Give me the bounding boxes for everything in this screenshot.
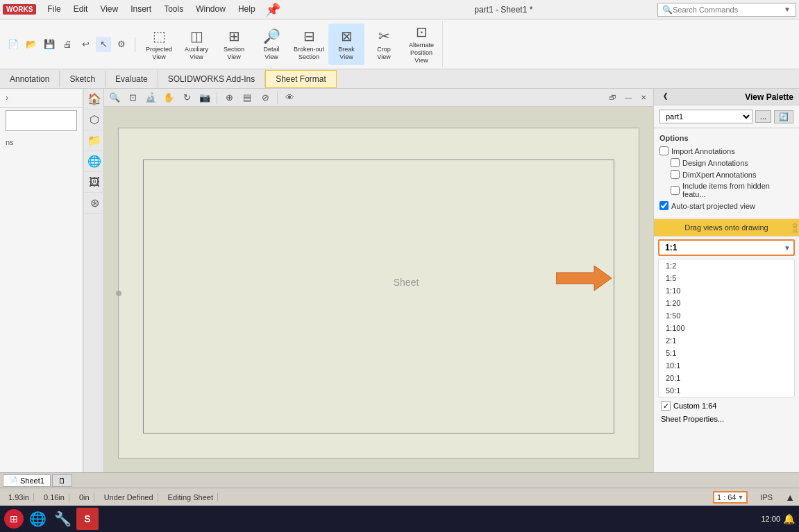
menu-view[interactable]: View xyxy=(94,2,124,17)
new-button[interactable]: 📄 xyxy=(6,37,21,52)
dimxpert-annotations-checkbox[interactable] xyxy=(671,170,680,179)
collapse-icon[interactable]: 《 xyxy=(659,92,667,102)
toolbar-divider xyxy=(217,92,217,104)
sw-button[interactable]: S xyxy=(76,508,99,530)
display-style-icon[interactable]: ▤ xyxy=(239,90,255,105)
custom-scale-row[interactable]: ✓ Custom 1:64 xyxy=(657,399,796,413)
break-view-button[interactable]: ⊠ Break View xyxy=(328,24,364,65)
scale-dropdown-btn[interactable]: ▼ xyxy=(737,494,743,501)
search-box[interactable]: 🔍 ▼ xyxy=(657,3,796,17)
search-input[interactable] xyxy=(673,6,784,14)
start-button[interactable]: ⊞ xyxy=(4,509,24,529)
alternate-pos-button[interactable]: ⊡ Alternate Position View xyxy=(403,21,439,67)
dim-xpert-icon[interactable]: 🌐 xyxy=(84,151,105,172)
menu-edit[interactable]: Edit xyxy=(68,2,94,17)
view-setting-icon[interactable]: 👁 xyxy=(282,90,297,105)
scale-1-2[interactable]: 1:2 xyxy=(659,259,794,272)
magnify-icon[interactable]: 🔍 xyxy=(107,90,122,105)
scale-20-1[interactable]: 20:1 xyxy=(659,372,794,384)
scale-list[interactable]: 1:2 1:5 1:10 1:20 1:50 1:100 2:1 5:1 10:… xyxy=(658,259,795,397)
main-area: › ns 🏠 ⬡ 📁 🌐 🖼 ⊛ 🔍 ⊡ 🔬 ✋ ↻ 📷 ⊕ ▤ ⊘ 👁 xyxy=(0,89,799,472)
tab-annotation[interactable]: Annotation xyxy=(0,71,60,87)
print-button[interactable]: 🖨 xyxy=(60,37,75,52)
auto-start-checkbox[interactable] xyxy=(659,201,668,210)
property-manager-icon[interactable]: ⬡ xyxy=(84,110,105,130)
drawing-toolbar: 🔍 ⊡ 🔬 ✋ ↻ 📷 ⊕ ▤ ⊘ 👁 🗗 — ✕ xyxy=(104,89,653,107)
sheet-tab-add[interactable]: 🗒 xyxy=(52,474,72,487)
broken-out-button[interactable]: ⊟ Broken-out Section xyxy=(291,24,327,65)
scale-dropdown-arrow[interactable]: ▼ xyxy=(781,243,793,253)
save-button[interactable]: 💾 xyxy=(42,37,57,52)
import-annotations-checkbox[interactable] xyxy=(659,146,668,155)
scale-1-10[interactable]: 1:10 xyxy=(659,284,794,297)
tab-sketch[interactable]: Sketch xyxy=(60,71,106,87)
custom-icon[interactable]: ⊛ xyxy=(84,193,105,214)
zoom-area-icon[interactable]: 🔬 xyxy=(143,90,158,105)
open-button[interactable]: 📂 xyxy=(24,37,39,52)
design-annotations-checkbox[interactable] xyxy=(671,158,680,167)
section-view-button[interactable]: ⊞ Section View xyxy=(216,24,252,65)
view3d-icon[interactable]: 📷 xyxy=(197,90,212,105)
part-selector[interactable]: part1 xyxy=(659,110,752,123)
close-window-btn[interactable]: ✕ xyxy=(637,91,650,105)
expand-status-icon[interactable]: ▲ xyxy=(785,492,795,503)
restore-window-btn[interactable]: 🗗 xyxy=(606,91,620,105)
crop-view-button[interactable]: ✂ Crop View xyxy=(366,24,402,65)
sheet-label: Sheet xyxy=(394,277,419,288)
scale-2-1[interactable]: 2:1 xyxy=(659,334,794,347)
projected-view-button[interactable]: ⬚ Projected View xyxy=(141,24,177,65)
tab-bar: Annotation Sketch Evaluate SOLIDWORKS Ad… xyxy=(0,69,799,89)
filter-icon[interactable]: ⊘ xyxy=(258,90,273,105)
sheet-properties-row[interactable]: Sheet Properties... xyxy=(657,413,796,425)
feature-manager-icon[interactable]: 🏠 xyxy=(84,89,105,110)
sheet-tab-1[interactable]: 📄 Sheet1 xyxy=(3,474,51,487)
chrome-icon: 🌐 xyxy=(29,510,47,527)
panel-collapse-btn[interactable]: › xyxy=(3,90,11,105)
browse-button[interactable]: ... xyxy=(755,110,771,123)
menu-insert[interactable]: Insert xyxy=(125,2,157,17)
options-button[interactable]: ⚙ xyxy=(114,37,129,52)
include-hidden-checkbox[interactable] xyxy=(671,186,680,195)
menu-help[interactable]: Help xyxy=(233,2,261,17)
scale-value: 1 : 64 xyxy=(717,493,737,501)
rotate-icon[interactable]: ↻ xyxy=(179,90,194,105)
search-dropdown-icon[interactable]: ▼ xyxy=(784,6,791,13)
normal-to-icon[interactable]: ⊕ xyxy=(221,90,237,105)
tools-icon: 🔧 xyxy=(54,510,72,527)
custom-checkbox[interactable]: ✓ xyxy=(661,401,671,411)
menu-window[interactable]: Window xyxy=(190,2,231,17)
tools-button[interactable]: 🔧 xyxy=(51,508,74,530)
scale-1-5[interactable]: 1:5 xyxy=(659,272,794,284)
display-manager-icon[interactable]: 🖼 xyxy=(84,172,105,193)
scale-1-50[interactable]: 1:50 xyxy=(659,309,794,322)
select-button[interactable]: ↖ xyxy=(96,37,111,52)
pin-icon[interactable]: 📌 xyxy=(265,2,280,17)
scale-5-1[interactable]: 5:1 xyxy=(659,347,794,359)
selected-scale-row[interactable]: 1:1 ▼ xyxy=(658,239,795,256)
scale-1-20[interactable]: 1:20 xyxy=(659,297,794,309)
tab-sheet-format[interactable]: Sheet Format xyxy=(265,70,337,88)
tab-evaluate[interactable]: Evaluate xyxy=(106,71,158,87)
refresh-button[interactable]: 🔄 xyxy=(774,110,793,123)
scale-50-1[interactable]: 50:1 xyxy=(659,384,794,397)
search-field[interactable] xyxy=(6,110,77,131)
scale-control[interactable]: 1 : 64 ▼ xyxy=(713,491,748,504)
view-palette-header: 《 View Palette xyxy=(654,89,799,105)
scale-1-100[interactable]: 1:100 xyxy=(659,322,794,334)
menu-file[interactable]: File xyxy=(42,2,66,17)
chrome-button[interactable]: 🌐 xyxy=(26,508,49,530)
config-manager-icon[interactable]: 📁 xyxy=(84,130,105,151)
menu-tools[interactable]: Tools xyxy=(158,2,189,17)
drawing-area[interactable]: Sheet xyxy=(104,107,653,472)
undo-button[interactable]: ↩ xyxy=(78,37,93,52)
scale-10-1[interactable]: 10:1 xyxy=(659,359,794,372)
view-palette-panel: 《 View Palette part1 ... 🔄 Options Impor… xyxy=(653,89,799,472)
detail-view-button[interactable]: 🔎 Detail View xyxy=(253,24,289,65)
pan-icon[interactable]: ✋ xyxy=(161,90,176,105)
minimize-window-btn[interactable]: — xyxy=(621,91,635,105)
taskbar-notify[interactable]: 🔔 xyxy=(783,513,795,524)
auxiliary-view-button[interactable]: ◫ Auxiliary View xyxy=(178,24,215,65)
units-label: IPS xyxy=(756,493,777,501)
fit-view-icon[interactable]: ⊡ xyxy=(125,90,140,105)
tab-solidworks-add-ins[interactable]: SOLIDWORKS Add-Ins xyxy=(158,71,265,87)
